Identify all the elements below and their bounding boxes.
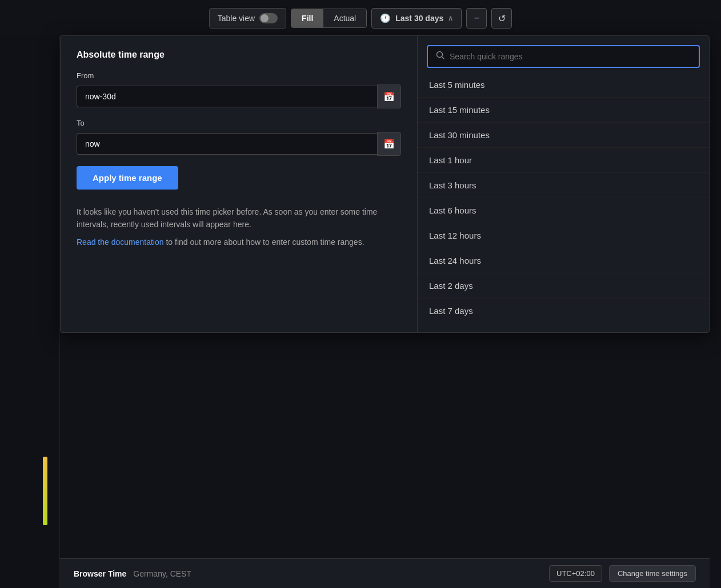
from-input-group: 📅	[77, 84, 401, 108]
utc-offset-badge: UTC+02:00	[549, 565, 602, 582]
quick-range-item[interactable]: Last 7 days	[418, 299, 709, 323]
toolbar: Table view Fill Actual 🕐 Last 30 days ∧ …	[0, 0, 721, 37]
fill-button[interactable]: Fill	[291, 9, 323, 27]
from-input[interactable]	[77, 86, 377, 107]
zoom-out-button[interactable]: −	[466, 8, 487, 29]
clock-icon: 🕐	[380, 13, 391, 23]
quick-range-item[interactable]: Last 24 hours	[418, 248, 709, 273]
refresh-icon: ↺	[498, 13, 506, 24]
panel-title: Absolute time range	[77, 50, 401, 60]
calendar-icon: 📅	[383, 91, 395, 102]
calendar-icon-2: 📅	[383, 139, 395, 150]
search-box	[427, 45, 700, 68]
quick-range-item[interactable]: Last 5 minutes	[418, 73, 709, 98]
doc-link[interactable]: Read the documentation	[77, 237, 164, 247]
quick-range-item[interactable]: Last 15 minutes	[418, 98, 709, 123]
from-label: From	[77, 71, 401, 80]
time-range-label: Last 30 days	[395, 14, 443, 23]
table-view-button[interactable]: Table view	[209, 8, 286, 29]
info-text: It looks like you haven't used this time…	[77, 206, 401, 231]
time-picker-dropdown: Absolute time range From 📅 To 📅 Apply ti…	[60, 35, 710, 333]
quick-range-item[interactable]: Last 2 days	[418, 273, 709, 299]
search-icon	[436, 51, 445, 62]
quick-ranges-list: Last 5 minutesLast 15 minutesLast 30 min…	[418, 73, 709, 323]
chevron-up-icon: ∧	[448, 14, 453, 22]
bottom-bar: Browser Time Germany, CEST UTC+02:00 Cha…	[60, 558, 710, 588]
refresh-button[interactable]: ↺	[491, 8, 512, 29]
browser-time-label: Browser Time	[74, 569, 126, 578]
table-view-toggle[interactable]	[259, 13, 278, 23]
quick-range-item[interactable]: Last 6 hours	[418, 198, 709, 223]
timezone-info: Germany, CEST	[133, 569, 191, 578]
change-time-settings-button[interactable]: Change time settings	[609, 565, 696, 582]
to-calendar-button[interactable]: 📅	[377, 132, 401, 156]
fill-actual-group: Fill Actual	[291, 9, 367, 28]
doc-link-text: Read the documentation to find out more …	[77, 236, 401, 248]
svg-line-1	[442, 57, 444, 59]
table-view-label: Table view	[218, 14, 255, 23]
sidebar-accent-bar	[43, 457, 47, 525]
zoom-out-icon: −	[474, 13, 479, 23]
to-input-group: 📅	[77, 132, 401, 156]
quick-range-item[interactable]: Last 1 hour	[418, 148, 709, 173]
apply-time-range-button[interactable]: Apply time range	[77, 166, 178, 190]
to-label: To	[77, 119, 401, 127]
sidebar-background	[0, 35, 60, 588]
quick-range-item[interactable]: Last 12 hours	[418, 223, 709, 248]
quick-range-item[interactable]: Last 30 minutes	[418, 123, 709, 148]
quick-ranges-panel: Last 5 minutesLast 15 minutesLast 30 min…	[418, 36, 709, 332]
search-input[interactable]	[450, 52, 691, 61]
actual-button[interactable]: Actual	[323, 9, 366, 27]
absolute-time-range-panel: Absolute time range From 📅 To 📅 Apply ti…	[61, 36, 418, 332]
quick-range-item[interactable]: Last 3 hours	[418, 173, 709, 198]
from-calendar-button[interactable]: 📅	[377, 84, 401, 108]
time-range-button[interactable]: 🕐 Last 30 days ∧	[371, 8, 462, 29]
to-input[interactable]	[77, 133, 377, 155]
